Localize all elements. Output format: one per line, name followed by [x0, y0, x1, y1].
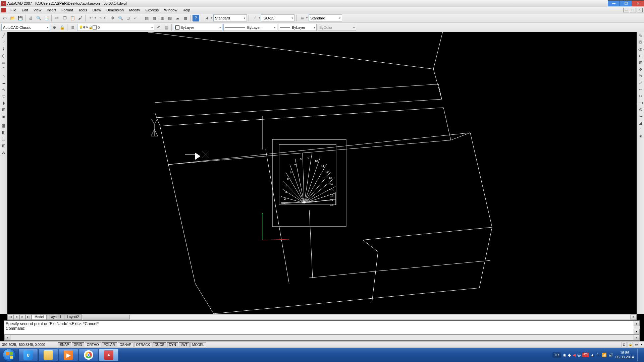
- task-explorer[interactable]: [39, 349, 58, 361]
- copy-obj-icon[interactable]: ⿻: [638, 40, 644, 46]
- save-icon[interactable]: 💾: [17, 15, 23, 21]
- layer-manager-icon[interactable]: ≣: [69, 24, 76, 31]
- undo-dropdown[interactable]: ▾: [95, 16, 96, 19]
- tray-app-icon[interactable]: ▲: [590, 353, 594, 357]
- hscroll-thumb[interactable]: [83, 315, 130, 319]
- chamfer-icon[interactable]: ◢: [638, 120, 644, 126]
- tray-app-icon[interactable]: ◉: [563, 353, 566, 357]
- layer-states-icon[interactable]: ▤: [163, 24, 170, 31]
- cmd-scroll-down-icon[interactable]: ▼: [634, 329, 640, 334]
- help-icon[interactable]: ?: [193, 15, 199, 21]
- taskbar-clock[interactable]: 16:56 05.08.2014: [615, 351, 634, 359]
- tablestyle-arrow[interactable]: ▾: [306, 16, 308, 19]
- properties-icon[interactable]: ▤: [143, 15, 150, 21]
- menu-edit[interactable]: Edit: [19, 7, 31, 13]
- move-icon[interactable]: ✥: [638, 66, 644, 72]
- menu-window[interactable]: Window: [162, 7, 179, 13]
- mirror-icon[interactable]: ◁▷: [638, 46, 644, 52]
- ortho-toggle[interactable]: ORTHO: [85, 342, 101, 347]
- dyn-toggle[interactable]: DYN: [167, 342, 178, 347]
- menu-format[interactable]: Format: [59, 7, 75, 13]
- ellipse-icon[interactable]: ⬭: [1, 93, 7, 99]
- mdi-minimize[interactable]: —: [623, 8, 629, 12]
- dimstyle-dropdown[interactable]: ISO-25: [261, 14, 294, 21]
- mdi-restore[interactable]: ❐: [630, 8, 636, 12]
- rotate-icon[interactable]: ↻: [638, 73, 644, 79]
- dimstyle-icon[interactable]: ⟟: [251, 15, 258, 21]
- matchprop-icon[interactable]: 🖌: [77, 15, 84, 21]
- open-icon[interactable]: 📂: [9, 15, 16, 21]
- textstyle-icon[interactable]: A: [203, 15, 211, 21]
- markup-icon[interactable]: ☁: [174, 15, 181, 21]
- circle-icon[interactable]: ○: [1, 73, 7, 79]
- drawing-area[interactable]: 123 456 789 101112 131415 161718: [7, 32, 637, 314]
- show-desktop[interactable]: [637, 349, 641, 361]
- dimstyle-arrow[interactable]: ▾: [259, 16, 260, 19]
- plot-preview-icon[interactable]: 🔍: [35, 15, 42, 21]
- hscroll-right-icon[interactable]: ►: [631, 314, 637, 320]
- plotstyle-dropdown[interactable]: ByColor: [318, 24, 356, 31]
- block-icon[interactable]: ▣: [1, 113, 7, 119]
- tray-app-icon[interactable]: ◆: [568, 353, 571, 357]
- polyline-icon[interactable]: ⌇: [1, 46, 7, 52]
- paste-icon[interactable]: 📋: [69, 15, 76, 21]
- tablestyle-icon[interactable]: ⊞: [299, 15, 306, 21]
- stretch-icon[interactable]: ↔: [638, 86, 644, 93]
- trim-icon[interactable]: ✂: [638, 93, 644, 99]
- ducs-toggle[interactable]: DUCS: [153, 342, 166, 347]
- toolpalettes-icon[interactable]: ▥: [159, 15, 165, 21]
- layer-prev-icon[interactable]: ↶: [155, 24, 162, 31]
- workspace-lock-icon[interactable]: 🔒: [59, 24, 65, 31]
- network-icon[interactable]: 📶: [602, 353, 607, 357]
- lineweight-dropdown[interactable]: ByLayer: [278, 24, 317, 31]
- command-prompt[interactable]: Command:: [6, 326, 638, 331]
- xline-icon[interactable]: ⟋: [1, 40, 7, 46]
- hscroll-track[interactable]: [83, 314, 631, 320]
- fillet-icon[interactable]: ◜: [638, 127, 644, 133]
- array-icon[interactable]: ⊞: [638, 60, 644, 66]
- join-icon[interactable]: ⊶: [638, 113, 644, 119]
- task-ie[interactable]: e: [18, 349, 38, 361]
- status-chevron-icon[interactable]: ▾: [640, 343, 644, 346]
- quickcalc-icon[interactable]: ▦: [182, 15, 189, 21]
- region-icon[interactable]: ▢: [1, 136, 7, 142]
- hatch-icon[interactable]: ▩: [1, 123, 7, 129]
- menu-view[interactable]: View: [31, 7, 44, 13]
- tray-app-icon[interactable]: ◀: [573, 353, 576, 357]
- workspace-settings-icon[interactable]: ⚙: [51, 24, 58, 31]
- redo-dropdown[interactable]: ▾: [104, 16, 105, 19]
- window-close[interactable]: ✕: [632, 0, 644, 6]
- layer-dropdown[interactable]: 💡❄☀🔒 0: [77, 24, 154, 31]
- zoom-prev-icon[interactable]: ⤺: [132, 15, 139, 21]
- break-icon[interactable]: ⊘: [638, 107, 644, 113]
- model-toggle[interactable]: MODEL: [190, 342, 206, 347]
- command-window[interactable]: Specify second point or [Exit/Undo] <Exi…: [4, 320, 640, 335]
- start-button[interactable]: [0, 348, 18, 362]
- tab-first-icon[interactable]: |◄: [7, 314, 13, 320]
- ellipsearc-icon[interactable]: ◗: [1, 100, 7, 106]
- status-lock-icon[interactable]: 🔒: [628, 342, 633, 347]
- polar-toggle[interactable]: POLAR: [102, 342, 117, 347]
- grid-toggle[interactable]: GRID: [72, 342, 84, 347]
- task-chrome[interactable]: [79, 349, 98, 361]
- cmd-hscroll-right-icon[interactable]: ►: [634, 335, 640, 340]
- tray-app-icon[interactable]: ATI: [582, 353, 589, 357]
- revcloud-icon[interactable]: ☁: [1, 80, 7, 86]
- otrack-toggle[interactable]: OTRACK: [134, 342, 152, 347]
- line-icon[interactable]: ╱: [1, 33, 7, 39]
- window-restore[interactable]: ❐: [620, 0, 632, 6]
- volume-icon[interactable]: 🔊: [608, 353, 613, 357]
- tab-model[interactable]: Model: [32, 314, 47, 320]
- workspace-dropdown[interactable]: AutoCAD Classic: [1, 24, 50, 31]
- language-indicator[interactable]: TR: [552, 352, 561, 358]
- task-autocad[interactable]: A: [99, 349, 118, 361]
- menu-insert[interactable]: Insert: [44, 7, 58, 13]
- tab-last-icon[interactable]: ►|: [25, 314, 32, 320]
- copy-icon[interactable]: ❐: [61, 15, 68, 21]
- lwt-toggle[interactable]: LWT: [179, 342, 190, 347]
- plot-icon[interactable]: 🖨: [28, 15, 34, 21]
- mtext-icon[interactable]: A: [1, 149, 7, 156]
- cmd-scroll-up-icon[interactable]: ▲: [634, 321, 640, 326]
- color-dropdown[interactable]: ByLayer: [174, 24, 222, 31]
- menu-express[interactable]: Express: [143, 7, 161, 13]
